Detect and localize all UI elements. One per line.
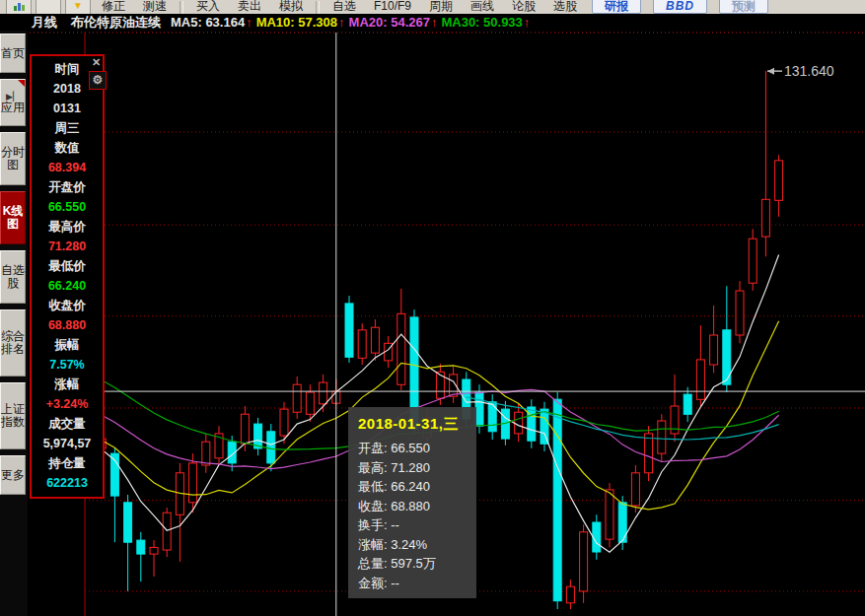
sidebar-tab-K线图[interactable]: K线图 <box>0 191 26 244</box>
chart-icon[interactable] <box>6 0 32 14</box>
button-预测[interactable]: 预测 <box>719 0 768 14</box>
up-arrow-icon: ↑ <box>338 15 345 30</box>
candle-body[interactable] <box>293 384 301 412</box>
candle-body[interactable] <box>345 304 353 357</box>
ma-value-MA30: MA30: 50.933↑ <box>441 15 530 30</box>
info-label: 数值 <box>32 138 103 158</box>
menu-item-买入[interactable]: 买入 <box>187 0 229 14</box>
candle-body[interactable] <box>606 490 613 539</box>
candle-body[interactable] <box>593 522 601 552</box>
ma-value-MA5: MA5: 63.164↑ <box>171 15 252 30</box>
candle-body[interactable] <box>696 360 704 399</box>
candle-body[interactable] <box>566 586 574 603</box>
candle-body[interactable] <box>710 335 718 365</box>
button-BBD[interactable]: BBD <box>653 0 707 14</box>
info-value: 7.57% <box>32 355 103 375</box>
menu-item-卖出[interactable]: 卖出 <box>229 0 270 14</box>
ma-values: MA5: 63.164↑MA10: 57.308↑MA20: 54.267↑MA… <box>171 15 534 30</box>
chart-icon <box>14 2 25 11</box>
candle-body[interactable] <box>631 473 639 506</box>
info-label: 开盘价 <box>32 177 103 197</box>
candle-tooltip: 2018-01-31,三 开盘: 66.550最高: 71.280最低: 66.… <box>348 407 476 598</box>
toolbar-separator <box>180 1 183 14</box>
candle-body[interactable] <box>580 532 588 591</box>
sidebar-tab-自选股[interactable]: 自选股 <box>0 250 26 304</box>
sidebar-tab-label: 分时图 <box>1 146 25 171</box>
info-value: 5,974,57 <box>32 434 103 453</box>
menu-item-周期[interactable]: 周期 <box>420 0 462 14</box>
info-value: 68.880 <box>32 315 103 335</box>
down-arrow-icon[interactable]: ▼ <box>65 0 91 14</box>
menu-item-模拟[interactable]: 模拟 <box>270 0 312 14</box>
candle-body[interactable] <box>488 402 496 432</box>
candle-body[interactable] <box>189 463 197 503</box>
toolbar-separator <box>316 1 320 14</box>
menu-item-论股[interactable]: 论股 <box>503 0 544 14</box>
candle-body[interactable] <box>658 421 666 453</box>
candle-body[interactable] <box>124 503 132 542</box>
menu-item-F10/F9[interactable]: F10/F9 <box>365 0 420 14</box>
candle-body[interactable] <box>515 412 523 434</box>
blank-icon[interactable] <box>36 0 61 14</box>
candle-body[interactable] <box>723 330 731 384</box>
menu-item-画线[interactable]: 画线 <box>462 0 503 14</box>
tooltip-row-换手: 换手: -- <box>358 515 467 535</box>
button-研报[interactable]: 研报 <box>592 0 641 14</box>
sidebar-tab-上证指数[interactable]: 上证指数 <box>0 382 26 449</box>
candle-body[interactable] <box>736 291 744 335</box>
tooltip-row-收盘: 收盘: 68.880 <box>358 497 467 516</box>
candle-body[interactable] <box>749 239 757 283</box>
sidebar-tab-分时图[interactable]: 分时图 <box>0 132 26 185</box>
info-value: 68.394 <box>32 158 103 177</box>
candle-body[interactable] <box>267 432 275 463</box>
up-arrow-icon: ↑ <box>431 15 438 30</box>
candle-body[interactable] <box>528 407 536 441</box>
high-annotation-label: 131.640 <box>784 63 834 79</box>
candle-body[interactable] <box>150 547 158 554</box>
candle-body[interactable] <box>280 409 288 436</box>
sidebar-tab-label: 更多 <box>1 469 25 482</box>
info-label: 收盘价 <box>32 296 103 315</box>
tooltip-date-title: 2018-01-31,三 <box>358 415 467 434</box>
tooltip-row-开盘: 开盘: 66.550 <box>358 439 467 458</box>
top-toolbar: ▼修正测速买入卖出模拟自选F10/F9周期画线论股选股研报BBD预测 <box>0 0 865 14</box>
candle-body[interactable] <box>761 199 769 237</box>
candle-body[interactable] <box>241 414 249 444</box>
candle-body[interactable] <box>137 540 145 554</box>
candle-body[interactable] <box>645 434 653 473</box>
candle-body[interactable] <box>306 392 314 414</box>
sidebar-tab-label: 应用 <box>1 102 25 114</box>
info-label: 振幅 <box>32 335 103 355</box>
period-label[interactable]: 月线 <box>32 14 57 32</box>
info-value: 0131 <box>32 99 103 118</box>
candle-body[interactable] <box>358 330 366 359</box>
candle-body[interactable] <box>163 513 171 550</box>
menu-item-自选[interactable]: 自选 <box>324 0 365 14</box>
candle-body[interactable] <box>397 313 405 384</box>
candle-body[interactable] <box>320 382 327 404</box>
info-value: +3.24% <box>32 394 103 414</box>
gear-icon[interactable]: ⚙ <box>89 71 107 90</box>
sidebar-tab-label: 综合排名 <box>1 330 25 356</box>
candle-body[interactable] <box>541 409 548 444</box>
menu-item-修正[interactable]: 修正 <box>93 0 134 14</box>
left-sidebar: 首页▶▏应用分时图K线图自选股综合排名上证指数更多 <box>0 31 28 616</box>
menu-item-选股[interactable]: 选股 <box>544 0 586 14</box>
info-value: 66.550 <box>32 197 103 217</box>
candle-body[interactable] <box>371 327 379 353</box>
candle-body[interactable] <box>553 399 561 601</box>
sidebar-tab-综合排名[interactable]: 综合排名 <box>0 309 26 376</box>
candle-body[interactable] <box>775 161 783 200</box>
candle-body[interactable] <box>475 392 483 426</box>
menu-item-测速[interactable]: 测速 <box>134 0 176 14</box>
sidebar-tab-label: 上证指数 <box>1 403 25 429</box>
candle-body[interactable] <box>684 394 691 414</box>
candle-body[interactable] <box>202 442 210 465</box>
sidebar-tab-首页[interactable]: 首页 <box>0 34 26 73</box>
tooltip-row-涨幅: 涨幅: 3.24% <box>358 535 467 555</box>
sidebar-tab-更多[interactable]: 更多 <box>0 455 26 495</box>
close-icon[interactable]: ✕ <box>89 55 104 70</box>
sidebar-tab-label: 自选股 <box>1 264 25 290</box>
tooltip-row-最低: 最低: 66.240 <box>358 477 467 497</box>
sidebar-tab-应用[interactable]: ▶▏应用 <box>0 79 26 126</box>
